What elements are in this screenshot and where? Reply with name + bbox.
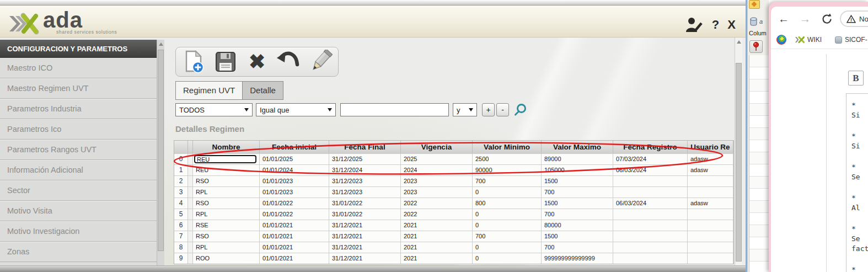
sicof-bookmark-label[interactable]: SICOF- [845, 36, 867, 44]
table-cell: 31/12/2021 [329, 242, 401, 253]
database-label: a [759, 18, 763, 25]
table-cell: 2022 [401, 209, 473, 220]
wiki-bookmark-label[interactable]: WIKI [807, 36, 822, 44]
table-row[interactable]: 9ROO01/01/202131/12/20212021099999999999… [174, 253, 733, 264]
table-cell: 31/12/2025 [329, 153, 401, 164]
table-row[interactable]: 8RPL01/01/202131/12/202120210700 [174, 242, 733, 253]
browser-reload-button[interactable] [821, 13, 833, 25]
edit-button[interactable] [306, 49, 334, 74]
brand-text: ada shared services solutions [43, 8, 117, 35]
delete-button[interactable]: ✖ [243, 49, 271, 74]
tool-grid-row [749, 55, 769, 67]
main-panel-scrollbar[interactable] [735, 38, 742, 265]
table-cell: 700 [542, 242, 613, 253]
content-divider [826, 54, 827, 272]
table-row[interactable]: 5RPL01/01/202231/01/202220220700 [174, 209, 733, 220]
tab-detalle[interactable]: Detalle [243, 81, 283, 100]
table-row[interactable]: 1REU01/01/202431/12/20242024900001050000… [174, 164, 733, 175]
filter-field-value: TODOS [179, 106, 205, 114]
tool-grid-row [749, 67, 769, 79]
row-number-cell: 1 [174, 164, 188, 175]
table-cell [688, 253, 733, 264]
filter-field-select[interactable]: TODOS [175, 103, 253, 116]
sidebar-item[interactable]: Parametros Ico [0, 119, 157, 140]
app-header: ada shared services solutions ? X [0, 6, 746, 38]
sidebar-item[interactable]: Zonas [0, 242, 157, 262]
table-cell: 01/01/2021 [260, 242, 329, 253]
table-cell [613, 242, 688, 253]
wiki-bookmark[interactable] [795, 36, 805, 44]
warning-icon: ! [846, 15, 856, 23]
table-row[interactable]: 2RSO01/01/202331/12/202320237001500 [174, 175, 733, 186]
table-cell: 31/12/2021 [329, 253, 401, 264]
filter-operator-select[interactable]: Igual que [256, 103, 336, 116]
tab-regimen-uvt[interactable]: Regimen UVT [175, 81, 243, 100]
table-cell: 31/12/2021 [329, 231, 401, 242]
sidebar-item[interactable]: Información Adicional [0, 160, 157, 180]
table-cell [613, 231, 688, 242]
table-row[interactable]: 7RSO01/01/202131/12/202120217001500 [174, 231, 733, 242]
table-row[interactable]: 6RSE01/01/202131/12/20212021080000 [174, 220, 733, 231]
brand-name: ada [43, 8, 117, 32]
column-header: Fecha inicial [260, 141, 329, 153]
tool-grid-row [749, 116, 769, 128]
main-app-window: ada shared services solutions ? X CONFIG… [0, 0, 746, 272]
scroll-up-arrow-icon[interactable] [737, 40, 741, 44]
table-cell: 07/03/2024 [613, 153, 688, 164]
filter-value-input[interactable] [340, 103, 449, 116]
search-button[interactable] [514, 103, 527, 116]
table-cell [613, 253, 688, 264]
undo-button[interactable] [274, 49, 302, 74]
user-edit-icon[interactable] [685, 17, 704, 33]
pin-button[interactable] [749, 40, 763, 53]
tool-grid-row [749, 92, 769, 104]
address-bar[interactable]: ! No [840, 10, 868, 27]
window-bottom-bar [0, 265, 746, 272]
pushpin-icon [752, 42, 760, 51]
sidebar-item[interactable]: Motivo Investigacion [0, 221, 157, 242]
table-cell: RSO [193, 198, 260, 209]
sidebar-item[interactable]: Parametros Industria [0, 99, 157, 119]
sidebar-item[interactable]: Parametros Rangos UVT [0, 140, 157, 160]
sidebar-item[interactable]: Maestro Regimen UVT [0, 78, 157, 99]
add-filter-button[interactable]: + [482, 103, 495, 116]
browser-back-button[interactable]: ← [778, 13, 789, 24]
scroll-up-arrow-icon[interactable] [159, 42, 163, 46]
tool-grid-row [749, 189, 769, 201]
table-cell: 0 [473, 253, 542, 264]
sicof-bookmark-icon[interactable] [835, 36, 842, 44]
table-row[interactable]: 001/01/202531/12/2025202525008900007/03/… [174, 153, 733, 164]
table-row[interactable]: 3RPL01/01/202331/12/202320230700 [174, 186, 733, 198]
bold-format-button[interactable]: B [848, 71, 864, 86]
table-cell: 999999999999999 [542, 253, 613, 264]
table-row[interactable]: 4RSO01/01/202231/01/20222022800150006/03… [174, 198, 733, 209]
new-record-button[interactable] [180, 49, 208, 74]
save-button[interactable] [212, 49, 240, 74]
close-app-button[interactable]: X [727, 18, 736, 32]
help-button[interactable]: ? [712, 18, 719, 32]
table-cell: 2025 [401, 153, 473, 164]
nombre-edit-input[interactable] [194, 155, 256, 163]
database-row: a [749, 17, 763, 26]
remove-filter-button[interactable]: - [496, 103, 509, 116]
table-cell: 80000 [542, 220, 613, 231]
table-cell: 2022 [401, 198, 473, 209]
filter-conjunction-select[interactable]: y [453, 103, 477, 116]
warning-mark: ! [850, 17, 852, 23]
table-cell: 31/12/2023 [329, 175, 401, 186]
background-tool-window: a Colum [746, 0, 769, 272]
main-scroll-thumb[interactable] [736, 63, 742, 262]
sidebar-item[interactable]: Motivo Visita [0, 201, 157, 221]
sidebar-item[interactable]: Maestro ICO [0, 58, 157, 78]
browser-profile-icon[interactable] [776, 35, 786, 45]
edit-pencil-icon [307, 50, 333, 74]
table-cell: 700 [542, 209, 613, 220]
row-number-cell: 5 [174, 209, 188, 220]
table-cell [688, 186, 733, 198]
browser-forward-button[interactable]: → [800, 13, 811, 24]
tool-grid-row [749, 262, 769, 272]
sidebar-item[interactable]: Sector [0, 180, 157, 201]
sidebar-scrollbar[interactable] [157, 40, 164, 265]
text-editor[interactable]: * Si* Si* Se* Al* Se fact* Se [846, 93, 868, 272]
sidebar-scroll-thumb[interactable] [158, 50, 164, 251]
